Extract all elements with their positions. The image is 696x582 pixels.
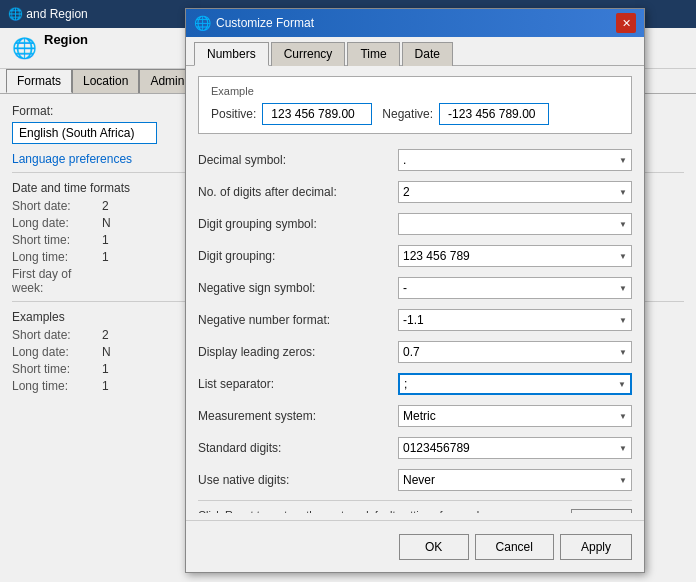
bg-panel-icon: 🌐 [8,32,40,64]
settings-label-10: Use native digits: [198,473,398,487]
first-day-label: First day of week: [12,267,102,295]
ex-long-date-label: Long date: [12,345,102,359]
dropdown-arrow-icon-8: ▼ [619,412,627,421]
ex-long-date-value: N [102,345,111,359]
ex-long-time-label: Long time: [12,379,102,393]
settings-label-2: Digit grouping symbol: [198,217,398,231]
settings-row-1: No. of digits after decimal:2▼ [198,180,632,204]
ex-short-date-value: 2 [102,328,109,342]
settings-row-2: Digit grouping symbol:▼ [198,212,632,236]
settings-value-9: 0123456789 [403,441,470,455]
negative-label: Negative: [382,107,433,121]
settings-label-5: Negative number format: [198,313,398,327]
settings-row-6: Display leading zeros:0.7▼ [198,340,632,364]
short-date-value: 2 [102,199,109,213]
settings-row-9: Standard digits:0123456789▼ [198,436,632,460]
positive-value: 123 456 789.00 [262,103,372,125]
settings-row-0: Decimal symbol:.▼ [198,148,632,172]
settings-dropdown-4[interactable]: -▼ [398,277,632,299]
tab-time[interactable]: Time [347,42,399,66]
dropdown-arrow-icon-6: ▼ [619,348,627,357]
settings-value-10: Never [403,473,435,487]
tab-date[interactable]: Date [402,42,453,66]
customize-format-dialog: 🌐 Customize Format ✕ Numbers Currency Ti… [185,8,645,573]
long-date-value: N [102,216,111,230]
long-time-label: Long time: [12,250,102,264]
settings-row-8: Measurement system:Metric▼ [198,404,632,428]
dropdown-arrow-icon-3: ▼ [619,252,627,261]
settings-row-10: Use native digits:Never▼ [198,468,632,492]
dialog-title-bar: 🌐 Customize Format ✕ [186,9,644,37]
settings-value-0: . [403,153,406,167]
settings-dropdown-3[interactable]: 123 456 789▼ [398,245,632,267]
settings-value-6: 0.7 [403,345,420,359]
long-time-value: 1 [102,250,109,264]
bg-title-icon: 🌐 [8,7,23,21]
settings-value-3: 123 456 789 [403,249,470,263]
dialog-close-button[interactable]: ✕ [616,13,636,33]
settings-dropdown-7[interactable]: ;▼ [398,373,632,395]
apply-button[interactable]: Apply [560,534,632,560]
settings-dropdown-2[interactable]: ▼ [398,213,632,235]
negative-value: -123 456 789.00 [439,103,549,125]
positive-example: Positive: 123 456 789.00 [211,103,372,125]
dropdown-arrow-icon-1: ▼ [619,188,627,197]
settings-label-4: Negative sign symbol: [198,281,398,295]
ex-long-time-value: 1 [102,379,109,393]
settings-row-4: Negative sign symbol:-▼ [198,276,632,300]
example-section-label: Example [211,85,619,97]
settings-label-6: Display leading zeros: [198,345,398,359]
settings-label-1: No. of digits after decimal: [198,185,398,199]
dialog-body: Example Positive: 123 456 789.00 Negativ… [186,66,644,513]
ex-short-date-label: Short date: [12,328,102,342]
settings-value-7: ; [404,377,407,391]
dropdown-arrow-icon-5: ▼ [619,316,627,325]
settings-value-4: - [403,281,407,295]
settings-label-9: Standard digits: [198,441,398,455]
bg-title-text: and Region [26,7,87,21]
reset-button[interactable]: Reset [571,509,632,513]
format-select[interactable]: English (South Africa) [12,122,157,144]
dialog-title-icon: 🌐 [194,15,210,31]
dropdown-arrow-icon-10: ▼ [619,476,627,485]
settings-label-8: Measurement system: [198,409,398,423]
bg-tab-location[interactable]: Location [72,69,139,93]
settings-label-7: List separator: [198,377,398,391]
dropdown-arrow-icon-7: ▼ [618,380,626,389]
bg-panel-title: Region [44,32,88,47]
settings-value-5: -1.1 [403,313,424,327]
settings-row-7: List separator:;▼ [198,372,632,396]
cancel-button[interactable]: Cancel [475,534,554,560]
short-time-value: 1 [102,233,109,247]
settings-dropdown-0[interactable]: .▼ [398,149,632,171]
settings-dropdown-9[interactable]: 0123456789▼ [398,437,632,459]
settings-dropdown-1[interactable]: 2▼ [398,181,632,203]
example-group: Example Positive: 123 456 789.00 Negativ… [198,76,632,134]
short-date-label: Short date: [12,199,102,213]
settings-row-5: Negative number format:-1.1▼ [198,308,632,332]
settings-row-3: Digit grouping:123 456 789▼ [198,244,632,268]
negative-example: Negative: -123 456 789.00 [382,103,549,125]
settings-dropdown-10[interactable]: Never▼ [398,469,632,491]
settings-dropdown-5[interactable]: -1.1▼ [398,309,632,331]
tab-currency[interactable]: Currency [271,42,346,66]
dropdown-arrow-icon-9: ▼ [619,444,627,453]
ex-short-time-label: Short time: [12,362,102,376]
dropdown-arrow-icon-4: ▼ [619,284,627,293]
settings-value-8: Metric [403,409,436,423]
settings-rows: Decimal symbol:.▼No. of digits after dec… [198,148,632,492]
settings-value-1: 2 [403,185,410,199]
long-date-label: Long date: [12,216,102,230]
example-row: Positive: 123 456 789.00 Negative: -123 … [211,103,619,125]
tab-numbers[interactable]: Numbers [194,42,269,66]
settings-dropdown-8[interactable]: Metric▼ [398,405,632,427]
bg-tab-formats[interactable]: Formats [6,69,72,93]
ok-button[interactable]: OK [399,534,469,560]
short-time-label: Short time: [12,233,102,247]
reset-description: Click Reset to restore the system defaul… [198,509,561,513]
settings-label-3: Digit grouping: [198,249,398,263]
settings-dropdown-6[interactable]: 0.7▼ [398,341,632,363]
dialog-tabs: Numbers Currency Time Date [186,37,644,66]
dialog-footer: OK Cancel Apply [186,520,644,572]
positive-label: Positive: [211,107,256,121]
